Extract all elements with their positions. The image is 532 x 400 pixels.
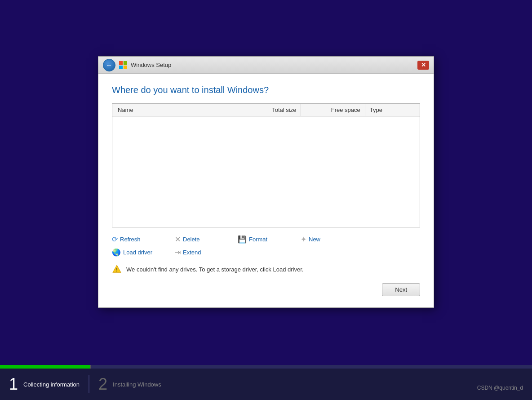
table-body	[112, 116, 420, 225]
new-label: New	[309, 236, 320, 243]
svg-rect-1	[124, 61, 127, 65]
windows-logo-icon	[119, 61, 127, 69]
action-row-2: 🌏 Load driver ⇥ Extend	[112, 247, 420, 258]
dialog-content: Where do you want to install Windows? Na…	[98, 74, 434, 307]
warning-icon: !	[112, 264, 122, 274]
drive-table: Name Total size Free space Type	[112, 103, 420, 227]
col-free-header: Free space	[301, 104, 365, 116]
dialog-title: Windows Setup	[131, 62, 171, 68]
svg-rect-3	[124, 65, 127, 69]
load-driver-icon: 🌏	[112, 248, 121, 257]
title-bar-left: ← Windows Setup	[103, 59, 171, 71]
close-button[interactable]: ✕	[417, 61, 429, 70]
step2-label: Installing Windows	[113, 381, 161, 388]
step1-number: 1	[9, 375, 18, 394]
watermark: CSDN @quentin_d	[477, 385, 523, 391]
refresh-label: Refresh	[120, 236, 141, 243]
back-button[interactable]: ←	[103, 59, 115, 71]
refresh-icon: ⟳	[112, 235, 118, 244]
progress-divider	[90, 365, 91, 369]
delete-button[interactable]: ✕ Delete	[175, 234, 238, 244]
col-size-header: Total size	[237, 104, 301, 116]
extend-icon: ⇥	[175, 248, 181, 257]
step1-item: 1 Collecting information	[0, 369, 89, 400]
step1-label: Collecting information	[23, 381, 80, 388]
new-button[interactable]: ✦ New	[301, 234, 364, 244]
extend-label: Extend	[183, 249, 201, 256]
load-driver-button[interactable]: 🌏 Load driver	[112, 247, 175, 258]
format-button[interactable]: 💾 Format	[238, 234, 301, 244]
load-driver-label: Load driver	[123, 249, 152, 256]
warning-message: We couldn't find any drives. To get a st…	[126, 266, 303, 273]
refresh-button[interactable]: ⟳ Refresh	[112, 234, 175, 244]
format-icon: 💾	[238, 235, 247, 244]
progress-fill	[0, 365, 90, 369]
format-label: Format	[249, 236, 267, 243]
step2-number: 2	[98, 375, 107, 394]
step2-item: 2 Installing Windows	[89, 369, 170, 400]
extend-button[interactable]: ⇥ Extend	[175, 247, 238, 258]
next-button[interactable]: Next	[382, 283, 420, 296]
back-arrow-icon: ←	[106, 62, 112, 69]
delete-icon: ✕	[175, 235, 181, 244]
setup-dialog: ← Windows Setup ✕ Where do you want to i…	[98, 56, 434, 308]
status-bar: 1 Collecting information 2 Installing Wi…	[0, 369, 532, 400]
col-name-header: Name	[112, 104, 237, 116]
table-header: Name Total size Free space Type	[112, 104, 420, 116]
svg-rect-0	[119, 61, 123, 65]
warning-row: ! We couldn't find any drives. To get a …	[112, 264, 420, 274]
close-icon: ✕	[421, 62, 426, 68]
svg-text:!: !	[116, 267, 118, 272]
svg-rect-2	[119, 65, 123, 69]
action-row-1: ⟳ Refresh ✕ Delete 💾 Format ✦ New	[112, 234, 420, 244]
title-bar: ← Windows Setup ✕	[98, 57, 434, 74]
button-row: Next	[112, 283, 420, 296]
page-heading: Where do you want to install Windows?	[112, 85, 420, 95]
delete-label: Delete	[183, 236, 200, 243]
progress-area	[0, 365, 532, 369]
col-type-header: Type	[365, 104, 420, 116]
new-icon: ✦	[301, 235, 306, 244]
